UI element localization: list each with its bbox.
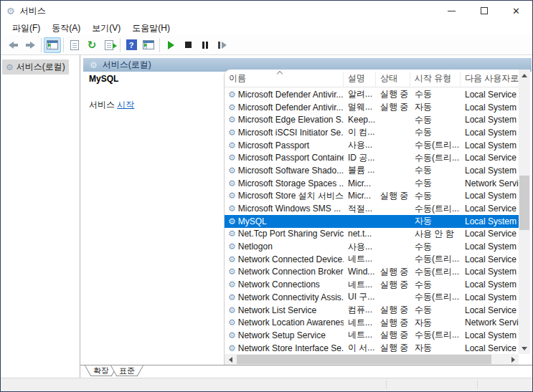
service-logon-as: Local System: [461, 128, 519, 138]
service-logon-as: Local Service: [461, 153, 519, 163]
service-startup-type: 수동(트리...: [410, 329, 461, 341]
service-name: Netlogon: [238, 242, 273, 252]
table-row[interactable]: ⚙ Network Connections 네트... 실행 중 수동 Loca…: [225, 278, 519, 291]
scroll-left-icon[interactable]: [225, 354, 236, 365]
menu-action[interactable]: 동작(A): [46, 21, 86, 36]
service-logon-as: Local System: [461, 330, 519, 340]
service-status: 실행 중: [376, 101, 410, 113]
column-header-startup-type[interactable]: 시작 유형: [410, 72, 461, 87]
forward-icon[interactable]: [22, 37, 39, 53]
show-action-pane-icon[interactable]: [140, 37, 157, 53]
column-header-name[interactable]: 이름: [225, 72, 344, 87]
service-startup-type: 수동: [410, 304, 461, 316]
maximize-button[interactable]: [468, 1, 500, 21]
service-startup-type: 수동(트리...: [410, 152, 461, 164]
table-row[interactable]: ⚙ Network Setup Service 네트... 실행 중 수동(트리…: [225, 329, 519, 342]
export-list-icon[interactable]: [100, 37, 118, 53]
service-status: 실행 중: [376, 317, 410, 329]
close-button[interactable]: ✕: [500, 1, 532, 21]
menu-view[interactable]: 보기(V): [86, 21, 126, 36]
table-row[interactable]: ⚙ Microsoft Edge Elevation S... Keep... …: [225, 113, 519, 126]
service-gear-icon: ⚙: [228, 217, 236, 226]
properties-icon[interactable]: [66, 37, 83, 53]
scroll-right-icon[interactable]: [507, 354, 519, 365]
table-row[interactable]: ⚙ Microsoft iSCSI Initiator Se... 이 컴...…: [225, 126, 519, 139]
service-logon-as: Local System: [461, 140, 519, 150]
service-name: Network Connectivity Assis...: [238, 292, 344, 302]
service-description: 이 컴...: [344, 126, 376, 138]
table-row[interactable]: ⚙ Microsoft Passport Container ID 공... 수…: [225, 151, 519, 164]
service-startup-type: 자동: [410, 317, 461, 329]
help-icon[interactable]: ?: [123, 37, 140, 53]
service-logon-as: Network Service: [461, 178, 519, 188]
service-startup-type: 수동: [410, 164, 461, 176]
show-console-tree-icon[interactable]: [44, 37, 61, 53]
service-startup-type: 수동: [410, 114, 461, 126]
service-logon-as: Local System: [461, 102, 519, 113]
horizontal-scroll-thumb[interactable]: [237, 355, 491, 364]
service-list: ⚙ Microsoft Defender Antivir... 알려... 실행…: [225, 88, 519, 354]
start-service-icon[interactable]: [162, 37, 179, 53]
table-row[interactable]: ⚙ Net.Tcp Port Sharing Service net.t... …: [225, 228, 519, 241]
minimize-button[interactable]: [435, 1, 468, 21]
service-logon-as: Local Service: [461, 90, 519, 100]
table-row[interactable]: ⚙ Microsoft Passport 사용... 수동(트리... Loca…: [225, 139, 519, 152]
table-row[interactable]: ⚙ Netlogon 사용... 수동 Local System: [225, 240, 519, 253]
restart-service-icon[interactable]: [214, 37, 231, 53]
service-name: Network Connection Broker: [238, 267, 344, 277]
service-description: Wind...: [344, 267, 376, 277]
service-description: 적절...: [344, 203, 376, 215]
scroll-up-icon[interactable]: [519, 70, 530, 81]
table-row[interactable]: ⚙ Microsoft Store 설치 서비스 Micr... 실행 중 수동…: [225, 190, 519, 203]
table-row[interactable]: ⚙ Microsoft Storage Spaces ... Micr... 수…: [225, 177, 519, 190]
service-name: Network Setup Service: [238, 330, 326, 340]
service-logon-as: Local System: [461, 292, 519, 302]
service-name: Network List Service: [238, 305, 316, 315]
service-gear-icon: ⚙: [228, 141, 236, 150]
vertical-scroll-thumb[interactable]: [519, 176, 529, 230]
table-row[interactable]: ⚙ Network Location Awareness 네트... 실행 중 …: [225, 316, 519, 329]
table-row[interactable]: ⚙ Microsoft Windows SMS ... 적절... 수동(트리.…: [225, 202, 519, 215]
service-gear-icon: ⚙: [228, 153, 236, 162]
service-gear-icon: ⚙: [228, 293, 236, 302]
service-gear-icon: ⚙: [228, 306, 236, 315]
stop-service-icon[interactable]: [179, 37, 197, 53]
scroll-down-icon[interactable]: [519, 343, 530, 354]
service-startup-type: 자동: [410, 101, 461, 113]
service-startup-type: 수동(트리...: [410, 139, 461, 151]
service-status: 실행 중: [376, 266, 410, 278]
start-service-link[interactable]: 시작: [117, 100, 134, 110]
table-row[interactable]: ⚙ MySQL 자동 Local System: [225, 215, 519, 228]
table-header: 이름 설명 상태 시작 유형 다음 사용자로 .: [225, 70, 530, 87]
table-row[interactable]: ⚙ Network Store Interface Se... 이 서... 실…: [225, 342, 519, 354]
service-description: 컴퓨...: [344, 304, 376, 316]
table-row[interactable]: ⚙ Network List Service 컴퓨... 실행 중 수동 Loc…: [225, 304, 519, 317]
pause-service-icon[interactable]: [197, 37, 214, 53]
table-row[interactable]: ⚙ Microsoft Defender Antivir... 알려... 실행…: [225, 88, 519, 101]
table-row[interactable]: ⚙ Network Connectivity Assis... UI 구... …: [225, 291, 519, 304]
status-bar: [1, 378, 532, 391]
column-header-description[interactable]: 설명: [344, 72, 376, 87]
tree-item-services-local[interactable]: ⚙ 서비스(로컬): [2, 59, 69, 75]
vertical-scrollbar[interactable]: [519, 70, 530, 354]
horizontal-scrollbar[interactable]: [225, 354, 519, 365]
service-logon-as: Local System: [461, 115, 519, 125]
service-name: Microsoft Edge Elevation S...: [238, 115, 344, 125]
services-gear-icon: ⚙: [90, 60, 98, 70]
table-row[interactable]: ⚙ Network Connected Device... 네트... 수동(트…: [225, 253, 519, 266]
menu-file[interactable]: 파일(F): [6, 21, 46, 36]
menu-help[interactable]: 도움말(H): [126, 21, 176, 36]
table-row[interactable]: ⚙ Microsoft Defender Antivir... 멀웨... 실행…: [225, 101, 519, 114]
service-startup-type: 수동: [410, 279, 461, 291]
column-header-logon-as[interactable]: 다음 사용자로 .: [461, 72, 519, 87]
tab-standard[interactable]: 표준: [110, 365, 143, 377]
column-header-status[interactable]: 상태: [376, 72, 410, 87]
refresh-icon[interactable]: ↻: [83, 37, 100, 53]
extended-info-pane: MySQL 서비스 시작: [89, 74, 218, 111]
table-row[interactable]: ⚙ Network Connection Broker Wind... 실행 중…: [225, 266, 519, 279]
service-name: Microsoft Software Shado...: [238, 166, 344, 176]
service-description: 네트...: [344, 253, 376, 265]
service-name: Microsoft Defender Antivir...: [238, 90, 344, 100]
table-row[interactable]: ⚙ Microsoft Software Shado... 볼륨 ... 수동 …: [225, 164, 519, 177]
back-icon[interactable]: [4, 37, 22, 53]
